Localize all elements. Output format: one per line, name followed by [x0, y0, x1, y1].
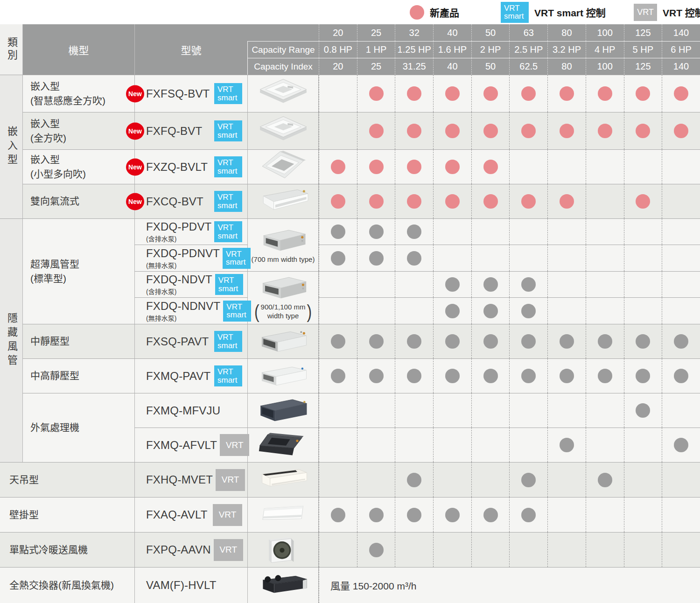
header-col-50-code: 50: [471, 24, 510, 41]
availability-dot: [407, 334, 421, 349]
cassette-4way-image: [258, 116, 309, 147]
model-number: FXMQ-PAVT: [146, 370, 210, 383]
capacity-cell-FXAQ-AVLT-20: [319, 497, 357, 532]
header-capacity-index: Capacity Index: [247, 58, 319, 75]
capacity-cell-FXDQ-NDNVT-50: [471, 297, 510, 324]
capacity-cell-FXPQ-AAVN-63: [509, 532, 547, 567]
capacity-cell-FXMQ-AFVLT-100: [586, 428, 624, 462]
capacity-cell-FXDQ-NDNVT-63: [509, 297, 547, 324]
capacity-cell-FXDQ-PDVT-20: [319, 218, 357, 245]
availability-dot: [331, 251, 345, 266]
product-image-two-way: [247, 184, 319, 218]
vrt-smart-badge: VRTsmart: [214, 331, 242, 352]
capacity-cell-FXFSQ-BVT-40: [433, 75, 471, 112]
capacity-cell-FXDQ-PDNVT-125: [624, 245, 662, 271]
capacity-table: 類別 機型 型號 Capacity Range Capacity Index 嵌…: [0, 24, 700, 603]
availability-dot: [636, 369, 650, 383]
availability-dot: [369, 334, 384, 349]
availability-dot: [407, 473, 421, 487]
capacity-cell-FXAQ-AVLT-32: [395, 497, 433, 532]
new-product-dot: [407, 124, 421, 138]
capacity-cell-FXHQ-MVET-25: [357, 462, 395, 497]
legend-vrt-smart: VRT smart VRT smart 控制: [501, 0, 606, 24]
capacity-cell-FXMQ-PAVT-100: [586, 358, 624, 393]
product-image-cassette-roundflow: [247, 112, 319, 149]
capacity-cell-FXSQ-PAVT-32: [395, 324, 433, 358]
new-product-dot: [636, 194, 650, 209]
model-number: FXPQ-AAVN: [146, 543, 211, 556]
capacity-cell-FXMQ-PAVT-63: [509, 358, 547, 393]
availability-dot: [445, 304, 460, 318]
width-700-caption: (700 mm width type): [252, 255, 315, 263]
capacity-cell-FXDQ-PDNVT-40: [433, 245, 471, 271]
header-col-50-index: 50: [471, 58, 510, 75]
slim-duct-image: [257, 275, 309, 302]
header-col-20-code: 20: [319, 24, 357, 41]
capacity-cell-FXDQ-PDNVT-80: [547, 245, 586, 271]
header-col-125-hp: 5 HP: [624, 41, 662, 58]
capacity-cell-FXMQ-AFVLT-125: [624, 428, 662, 462]
capacity-cell-FXZQ-BVLT-63: [509, 149, 547, 184]
vrt-badge-icon: VRT: [634, 4, 657, 21]
capacity-cell-FXDQ-NDVT-63: [509, 271, 547, 297]
header-col-140-code: 140: [662, 24, 700, 41]
product-image-cassette-compact: [247, 149, 319, 184]
capacity-cell-FXDQ-NDVT-50: [471, 271, 510, 297]
capacity-cell-FXFSQ-BVT-32: [395, 75, 433, 112]
header-category: 類別: [0, 24, 22, 75]
availability-dot: [369, 543, 384, 557]
vrt-smart-line1: VRT: [217, 193, 242, 201]
new-badge: New: [126, 122, 144, 140]
capacity-cell-FXSQ-PAVT-100: [586, 324, 624, 358]
capacity-cell-FXFSQ-BVT-125: [624, 75, 662, 112]
model-number: FXDQ-NDNVT: [146, 300, 220, 313]
header-col-125-code: 125: [624, 24, 662, 41]
duct-unit-image: [256, 363, 310, 390]
capacity-cell-FXZQ-BVLT-20: [319, 149, 357, 184]
capacity-cell-FXZQ-BVLT-25: [357, 149, 395, 184]
capacity-cell-FXMQ-MFVJU-100: [586, 393, 624, 428]
capacity-cell-FXZQ-BVLT-125: [624, 149, 662, 184]
header-col-20-hp: 0.8 HP: [319, 41, 357, 58]
new-product-dot: [369, 124, 384, 138]
duct-unit-image: [256, 328, 310, 355]
capacity-cell-FXAQ-AVLT-25: [357, 497, 395, 532]
capacity-cell-FXFSQ-BVT-50: [471, 75, 510, 112]
availability-dot: [560, 438, 574, 452]
availability-dot: [369, 224, 384, 239]
availability-dot: [674, 438, 688, 452]
capacity-cell-FXFQ-BVT-40: [433, 112, 471, 149]
availability-dot: [331, 224, 345, 239]
capacity-cell-FXDQ-NDVT-140: [662, 271, 700, 297]
new-product-dot: [598, 86, 612, 101]
model-number: FXAQ-AVLT: [146, 508, 208, 521]
legend-vrt-smart-label: VRT smart 控制: [534, 5, 606, 19]
capacity-cell-FXMQ-PAVT-40: [433, 358, 471, 393]
capacity-cell-FXDQ-NDNVT-125: [624, 297, 662, 324]
product-image-slim-duct-700: (700 mm width type): [247, 218, 319, 271]
capacity-cell-FXMQ-AFVLT-32: [395, 428, 433, 462]
capacity-cell-FXAQ-AVLT-125: [624, 497, 662, 532]
vrt-smart-line2: smart: [217, 342, 242, 350]
availability-dot: [483, 277, 498, 292]
header-col-100-hp: 4 HP: [586, 41, 624, 58]
capacity-cell-FXFQ-BVT-63: [509, 112, 547, 149]
capacity-cell-FXHQ-MVET-140: [662, 462, 700, 497]
capacity-cell-FXDQ-NDVT-80: [547, 271, 586, 297]
capacity-cell-FXPQ-AAVN-80: [547, 532, 586, 567]
group-concealed-duct: 隱藏風管: [0, 218, 22, 462]
width-900-line1: 900/1,100 mm: [261, 303, 306, 311]
model-cell-fxdq-ndnvt: FXDQ-NDNVT(無排水泵) VRTsmart: [134, 297, 247, 324]
availability-dot: [674, 369, 688, 383]
availability-dot: [483, 304, 498, 318]
product-image-wall-mounted: [247, 497, 319, 532]
capacity-cell-FXMQ-PAVT-125: [624, 358, 662, 393]
availability-dot: [521, 508, 536, 522]
legend-vrt: VRT VRT 控制: [634, 0, 700, 24]
availability-dot: [445, 508, 460, 522]
capacity-cell-FXAQ-AVLT-100: [586, 497, 624, 532]
capacity-cell-FXDQ-NDVT-25: [357, 271, 395, 297]
capacity-cell-FXDQ-NDNVT-20: [319, 297, 357, 324]
vrt-smart-line1: VRT: [218, 276, 243, 284]
vrt-smart-badge: VRTsmart: [215, 274, 243, 295]
